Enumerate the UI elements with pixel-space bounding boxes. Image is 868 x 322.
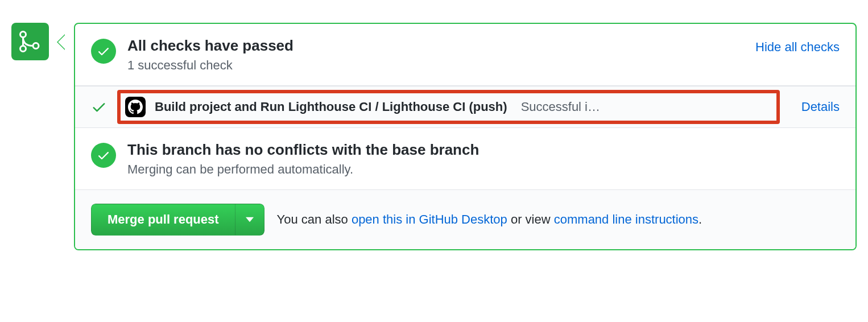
git-merge-icon	[19, 30, 42, 53]
check-icon	[97, 44, 110, 58]
box-pointer-inner	[58, 35, 65, 49]
toggle-checks-link[interactable]: Hide all checks	[755, 40, 840, 55]
hint-prefix: You can also	[277, 212, 352, 226]
conflicts-status-indicator	[91, 143, 116, 168]
check-row: Build project and Run Lighthouse CI / Li…	[75, 86, 855, 128]
check-icon	[91, 99, 107, 115]
svg-point-0	[20, 32, 26, 38]
hint-middle: or view	[507, 212, 554, 226]
checks-subtitle: 1 successful check	[127, 58, 744, 73]
svg-point-2	[33, 43, 39, 49]
checks-status-indicator	[91, 39, 116, 64]
conflicts-section: This branch has no conflicts with the ba…	[75, 128, 855, 190]
cli-instructions-link[interactable]: command line instructions	[554, 212, 698, 226]
conflicts-subtitle: Merging can be performed automatically.	[127, 162, 840, 177]
check-details-link[interactable]: Details	[801, 100, 840, 114]
checks-summary-section: All checks have passed 1 successful chec…	[75, 24, 855, 86]
merge-footer: Merge pull request You can also open thi…	[75, 190, 855, 249]
github-actions-icon	[125, 97, 146, 117]
check-name: Build project and Run Lighthouse CI / Li…	[155, 100, 507, 114]
highlighted-check: Build project and Run Lighthouse CI / Li…	[117, 90, 780, 124]
merge-options-dropdown[interactable]	[235, 204, 264, 236]
caret-down-icon	[246, 217, 254, 222]
svg-point-1	[20, 46, 26, 52]
merge-hint-text: You can also open this in GitHub Desktop…	[277, 212, 702, 227]
merge-status-box: All checks have passed 1 successful chec…	[74, 23, 857, 250]
checks-title: All checks have passed	[127, 36, 744, 56]
check-icon	[97, 148, 110, 162]
merge-pull-request-button[interactable]: Merge pull request	[91, 204, 235, 236]
merge-button-group: Merge pull request	[91, 204, 264, 236]
check-status-text: Successful i…	[521, 100, 768, 114]
open-desktop-link[interactable]: open this in GitHub Desktop	[352, 212, 507, 226]
conflicts-title: This branch has no conflicts with the ba…	[127, 141, 840, 160]
hint-suffix: .	[698, 212, 702, 226]
merge-timeline-badge	[11, 23, 49, 60]
